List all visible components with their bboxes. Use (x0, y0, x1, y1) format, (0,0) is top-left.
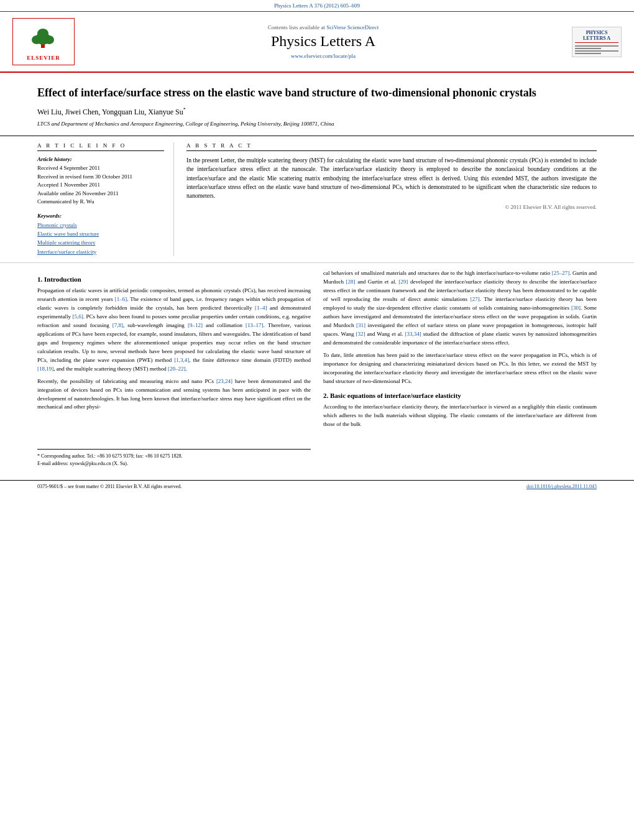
pla-line-3 (575, 50, 618, 52)
keyword-2[interactable]: Elastic wave band structure (37, 229, 164, 238)
page-footer: 0375-9601/$ – see front matter © 2011 El… (0, 480, 634, 492)
keyword-1[interactable]: Phononic crystals (37, 221, 164, 229)
article-info-abstract: A R T I C L E I N F O Article history: R… (0, 136, 634, 263)
history-label: Article history: (37, 156, 164, 162)
revised-date: Received in revised form 30 October 2011 (37, 173, 164, 182)
received-date: Received 4 September 2011 (37, 164, 164, 173)
article-title-section: Effect of interface/surface stress on th… (0, 73, 634, 136)
accepted-date: Accepted 1 November 2011 (37, 181, 164, 190)
keywords-label: Keywords: (37, 213, 164, 219)
sciverse-link[interactable]: SciVerse ScienceDirect (326, 24, 379, 30)
communicated-by: Communicated by R. Wu (37, 198, 164, 206)
footer-doi[interactable]: doi:10.1016/j.physleta.2011.11.043 (526, 484, 597, 489)
copyright-line: © 2011 Elsevier B.V. All rights reserved… (186, 204, 597, 210)
pla-logo-title: PHYSICS LETTERS A (575, 30, 618, 43)
journal-header: ELSEVIER Contents lists available at Sci… (0, 12, 634, 73)
pla-line-4 (575, 53, 601, 54)
journal-url[interactable]: www.elsevier.com/locate/pla (291, 53, 356, 59)
keyword-3[interactable]: Multiple scattering theory (37, 238, 164, 247)
available-date: Available online 26 November 2011 (37, 190, 164, 198)
section1-right-para1: cal behaviors of smallsized materials an… (323, 269, 597, 347)
abstract-text: In the present Letter, the multiple scat… (186, 156, 597, 200)
elsevier-logo: ELSEVIER (12, 18, 75, 65)
article-main-title: Effect of interface/surface stress on th… (37, 85, 597, 101)
article-authors: Wei Liu, Jiwei Chen, Yongquan Liu, Xiany… (37, 107, 597, 117)
pla-line-1 (575, 45, 618, 47)
left-col: 1. Introduction Propagation of elastic w… (37, 269, 311, 468)
section2-para1: According to the interface/surface elast… (323, 403, 597, 429)
elsevier-text: ELSEVIER (18, 55, 69, 61)
svg-point-4 (37, 29, 48, 39)
article-info-header: A R T I C L E I N F O (37, 142, 164, 151)
pla-line-2 (575, 48, 601, 49)
section1-title: 1. Introduction (37, 275, 311, 283)
keyword-4[interactable]: Interface/surface elasticity (37, 247, 164, 256)
journal-logo-right: PHYSICS LETTERS A (572, 27, 622, 57)
elsevier-tree-icon (24, 27, 62, 49)
footnote-corresponding: * Corresponding author. Tel.: +86 10 627… (37, 453, 311, 460)
journal-title: Physics Letters A (81, 33, 566, 50)
section1-para2: Recently, the possibility of fabricating… (37, 377, 311, 412)
footer-issn: 0375-9601/$ – see front matter © 2011 El… (37, 484, 181, 489)
section1-para1: Propagation of elastic waves in artifici… (37, 287, 311, 373)
right-col: cal behaviors of smallsized materials an… (323, 269, 597, 468)
journal-citation: Physics Letters A 376 (2012) 605–609 (274, 2, 360, 9)
article-info-col: A R T I C L E I N F O Article history: R… (37, 142, 174, 256)
contents-available: Contents lists available at SciVerse Sci… (81, 24, 566, 30)
keywords-section: Keywords: Phononic crystals Elastic wave… (37, 213, 164, 257)
abstract-header: A B S T R A C T (186, 142, 597, 151)
article-affiliation: LTCS and Department of Mechanics and Aer… (37, 121, 597, 127)
main-body: 1. Introduction Propagation of elastic w… (0, 263, 634, 474)
abstract-col: A B S T R A C T In the present Letter, t… (186, 142, 597, 256)
footnote-email: E-mail address: xyswsk@pku.edu.cn (X. Su… (37, 460, 311, 468)
section2-title: 2. Basic equations of interface/surface … (323, 392, 597, 399)
journal-center: Contents lists available at SciVerse Sci… (81, 24, 566, 59)
top-bar: Physics Letters A 376 (2012) 605–609 (0, 0, 634, 12)
section1-right-para2: To date, little attention has been paid … (323, 351, 597, 386)
